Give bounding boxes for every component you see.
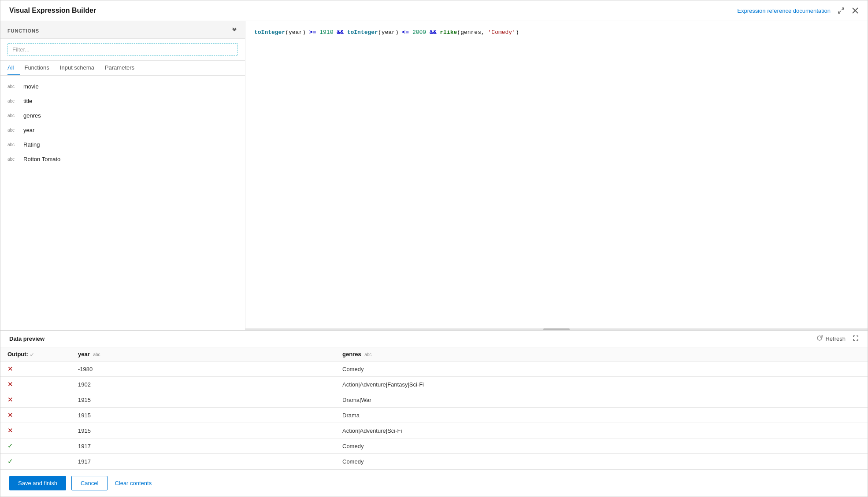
dialog-header: Visual Expression Builder Expression ref…	[0, 0, 868, 21]
item-label: genres	[23, 112, 41, 119]
cross-icon: ✕	[7, 411, 13, 419]
data-preview: Data preview Refresh	[0, 330, 868, 469]
type-badge: abc	[7, 113, 18, 118]
year-cell: 1915	[71, 423, 335, 438]
header-right: Expression reference documentation	[737, 7, 859, 14]
col-header-year: year abc	[71, 347, 335, 361]
list-item[interactable]: abc movie	[0, 79, 245, 94]
expand-icon[interactable]	[838, 7, 845, 14]
output-cell: ✕	[0, 408, 71, 423]
item-label: title	[23, 98, 32, 104]
table-row: ✕ 1915 Action|Adventure|Sci-Fi	[0, 423, 868, 438]
output-cell: ✕	[0, 392, 71, 408]
refresh-label: Refresh	[825, 335, 846, 342]
refresh-button[interactable]: Refresh	[816, 335, 846, 342]
tab-functions[interactable]: Functions	[24, 61, 55, 75]
genres-cell: Action|Adventure|Sci-Fi	[335, 423, 868, 438]
table-row: ✕ -1980 Comedy	[0, 361, 868, 377]
col-header-genres: genres abc	[335, 347, 868, 361]
filter-input-wrap	[0, 39, 245, 61]
list-item[interactable]: abc Rotton Tomato	[0, 152, 245, 166]
table-head: Output: ↙ year abc genres abc	[0, 347, 868, 361]
list-item[interactable]: abc genres	[0, 108, 245, 123]
genres-cell: Drama|War	[335, 392, 868, 408]
functions-header: FUNCTIONS	[0, 21, 245, 39]
type-badge: abc	[7, 142, 18, 147]
functions-section-label: FUNCTIONS	[7, 28, 39, 33]
preview-title: Data preview	[9, 335, 45, 342]
right-panel: toInteger(year) >= 1910 && toInteger(yea…	[245, 21, 868, 330]
genres-cell: Action|Adventure|Fantasy|Sci-Fi	[335, 377, 868, 392]
clear-contents-link[interactable]: Clear contents	[113, 476, 153, 490]
tabs-row: All Functions Input schema Parameters	[0, 61, 245, 76]
tab-all[interactable]: All	[7, 61, 20, 75]
genres-cell: Comedy	[335, 454, 868, 469]
editor-area[interactable]: toInteger(year) >= 1910 && toInteger(yea…	[245, 21, 868, 328]
genres-cell: Comedy	[335, 361, 868, 377]
save-and-finish-button[interactable]: Save and finish	[9, 476, 66, 490]
cross-icon: ✕	[7, 396, 13, 403]
genres-cell: Comedy	[335, 438, 868, 454]
table-row: ✕ 1902 Action|Adventure|Fantasy|Sci-Fi	[0, 377, 868, 392]
scrollbar-hint	[245, 328, 868, 330]
output-cell: ✕	[0, 377, 71, 392]
type-badge: abc	[7, 99, 18, 103]
footer: Save and finish Cancel Clear contents	[0, 469, 868, 497]
preview-controls: Refresh	[816, 335, 859, 342]
table-row: ✓ 1917 Comedy	[0, 454, 868, 469]
tab-input-schema[interactable]: Input schema	[60, 61, 100, 75]
dialog-title: Visual Expression Builder	[9, 7, 96, 15]
table-row: ✕ 1915 Drama|War	[0, 392, 868, 408]
expression-line: toInteger(year) >= 1910 && toInteger(yea…	[254, 28, 859, 37]
tab-parameters[interactable]: Parameters	[105, 61, 141, 75]
type-badge: abc	[7, 84, 18, 89]
filter-input[interactable]	[7, 43, 238, 56]
refresh-icon	[816, 335, 823, 342]
main-content: FUNCTIONS All Functions Input schema Par…	[0, 21, 868, 330]
list-item[interactable]: abc year	[0, 123, 245, 137]
output-cell: ✓	[0, 438, 71, 454]
scrollbar-handle	[543, 328, 570, 330]
table-body: ✕ -1980 Comedy✕ 1902 Action|Adventure|Fa…	[0, 361, 868, 469]
item-label: Rating	[23, 141, 40, 148]
left-panel: FUNCTIONS All Functions Input schema Par…	[0, 21, 245, 330]
list-item[interactable]: abc title	[0, 94, 245, 108]
col-header-output: Output: ↙	[0, 347, 71, 361]
cross-icon: ✕	[7, 427, 13, 434]
year-cell: 1915	[71, 408, 335, 423]
check-icon: ✓	[7, 442, 13, 449]
preview-table-wrap: Output: ↙ year abc genres abc ✕ -1980	[0, 347, 868, 469]
table-row: ✕ 1915 Drama	[0, 408, 868, 423]
preview-header: Data preview Refresh	[0, 331, 868, 347]
item-label: Rotton Tomato	[23, 156, 60, 162]
visual-expression-builder-dialog: Visual Expression Builder Expression ref…	[0, 0, 868, 497]
year-cell: -1980	[71, 361, 335, 377]
cross-icon: ✕	[7, 365, 13, 372]
item-label: year	[23, 127, 34, 133]
doc-link[interactable]: Expression reference documentation	[737, 7, 831, 14]
year-cell: 1917	[71, 438, 335, 454]
output-cell: ✓	[0, 454, 71, 469]
output-cell: ✕	[0, 361, 71, 377]
year-cell: 1902	[71, 377, 335, 392]
output-cell: ✕	[0, 423, 71, 438]
type-badge: abc	[7, 128, 18, 133]
table-row: ✓ 1917 Comedy	[0, 438, 868, 454]
close-icon[interactable]	[852, 7, 859, 14]
expand-preview-icon[interactable]	[853, 335, 859, 342]
collapse-icon[interactable]	[231, 26, 238, 35]
year-cell: 1915	[71, 392, 335, 408]
genres-cell: Drama	[335, 408, 868, 423]
preview-table: Output: ↙ year abc genres abc ✕ -1980	[0, 347, 868, 469]
list-items: abc movieabc titleabc genresabc yearabc …	[0, 76, 245, 330]
cross-icon: ✕	[7, 380, 13, 388]
type-badge: abc	[7, 157, 18, 162]
year-cell: 1917	[71, 454, 335, 469]
list-item[interactable]: abc Rating	[0, 137, 245, 152]
item-label: movie	[23, 83, 39, 90]
cancel-button[interactable]: Cancel	[71, 476, 108, 490]
check-icon: ✓	[7, 457, 13, 465]
